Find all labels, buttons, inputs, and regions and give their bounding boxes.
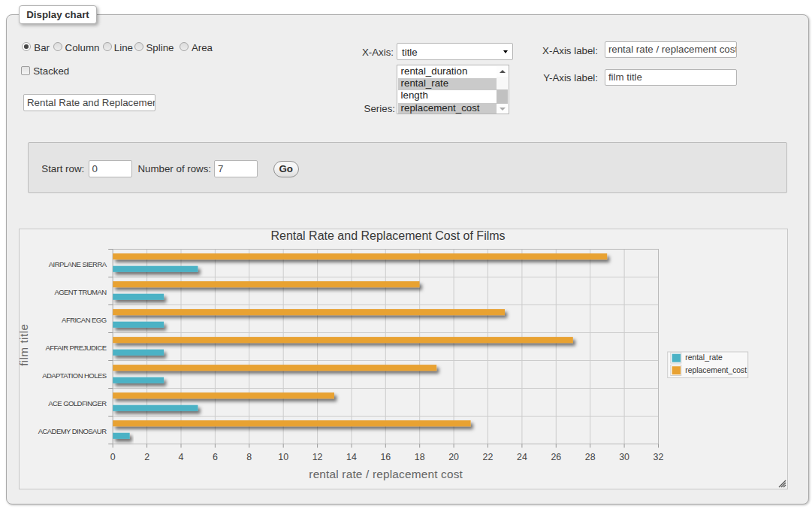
svg-text:film title: film title [20,323,30,365]
svg-text:4: 4 [178,451,183,462]
svg-text:AGENT TRUMAN: AGENT TRUMAN [54,287,107,295]
svg-text:6: 6 [212,451,217,462]
svg-text:ACE GOLDFINGER: ACE GOLDFINGER [48,398,107,407]
svg-text:28: 28 [584,451,595,462]
svg-text:AFRICAN EGG: AFRICAN EGG [62,315,107,323]
svg-text:replacement_cost: replacement_cost [685,365,747,374]
svg-text:2: 2 [144,451,149,462]
svg-text:ADAPTATION HOLES: ADAPTATION HOLES [42,371,107,379]
svg-text:18: 18 [414,451,424,462]
svg-text:rental rate / replacement cost: rental rate / replacement cost [309,467,463,480]
svg-text:10: 10 [278,451,288,462]
svg-text:Rental Rate and Replacement Co: Rental Rate and Replacement Cost of Film… [270,229,505,242]
svg-text:32: 32 [653,451,663,462]
svg-text:22: 22 [482,451,493,462]
svg-text:0: 0 [110,451,115,462]
svg-text:14: 14 [346,451,357,462]
svg-text:8: 8 [246,451,252,462]
svg-text:24: 24 [517,451,527,462]
svg-text:ACADEMY DINOSAUR: ACADEMY DINOSAUR [38,426,106,435]
svg-text:30: 30 [619,451,629,462]
svg-text:AFFAIR PREJUDICE: AFFAIR PREJUDICE [45,343,106,351]
svg-text:AIRPLANE SIERRA: AIRPLANE SIERRA [48,259,107,268]
svg-text:rental_rate: rental_rate [685,353,723,362]
svg-text:16: 16 [380,451,391,462]
svg-text:12: 12 [312,451,322,462]
svg-text:26: 26 [551,451,561,462]
svg-text:20: 20 [448,451,459,462]
